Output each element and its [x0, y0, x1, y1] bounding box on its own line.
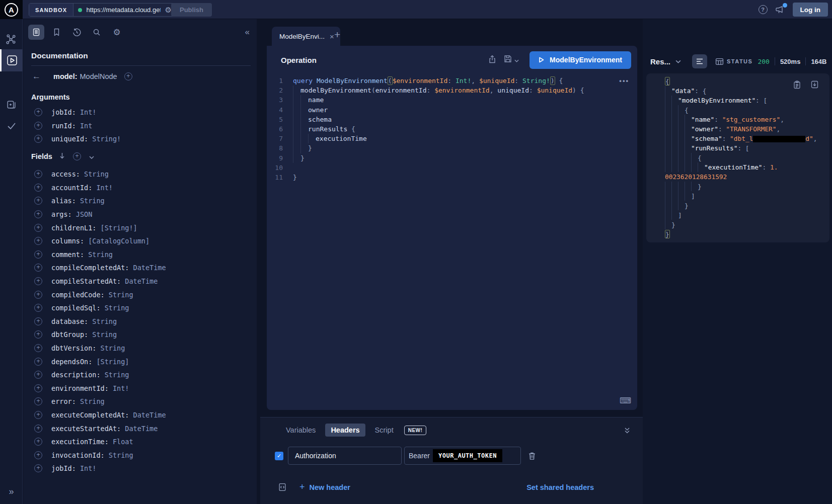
response-title[interactable]: Res...	[650, 57, 670, 66]
doc-field-row[interactable]: +compileCompletedAt: DateTime	[23, 261, 257, 275]
add-to-query-icon[interactable]: +	[34, 358, 42, 366]
doc-field-row[interactable]: +args: JSON	[23, 208, 257, 221]
endpoint-url-field[interactable]: https://metadata.cloud.get ⚙	[73, 4, 176, 16]
code-line[interactable]: 1query ModelByEnvironment($environmentId…	[267, 76, 622, 86]
code-line[interactable]: 6runResults {	[267, 124, 622, 134]
add-to-query-icon[interactable]: +	[34, 344, 42, 352]
add-to-query-icon[interactable]: +	[34, 317, 42, 325]
add-to-query-icon[interactable]: +	[34, 330, 42, 339]
add-to-query-icon[interactable]: +	[34, 277, 42, 285]
doc-argument-row[interactable]: +uniqueId: String!	[23, 132, 257, 146]
doc-field-row[interactable]: +dependsOn: [String]	[23, 355, 257, 368]
close-tab-icon[interactable]: ×	[330, 32, 334, 41]
add-to-query-icon[interactable]: +	[34, 170, 42, 178]
model-type-link[interactable]: ModelNode	[80, 72, 117, 80]
run-operation-button[interactable]: ModelByEnvironment	[530, 51, 631, 69]
code-line[interactable]: 7executionTime	[267, 134, 622, 143]
download-response-icon[interactable]	[811, 80, 818, 91]
code-line[interactable]: 5schema	[267, 115, 622, 124]
add-to-query-icon[interactable]: +	[34, 197, 42, 205]
logo-area[interactable]: A	[0, 0, 23, 19]
doc-field-row[interactable]: +compileStartedAt: DateTime	[23, 275, 257, 288]
header-enabled-checkbox[interactable]: ✓	[275, 452, 283, 460]
tab-script[interactable]: Script	[369, 424, 399, 437]
add-model-icon[interactable]: +	[124, 72, 132, 80]
tab-variables[interactable]: Variables	[280, 424, 321, 437]
save-dropdown-chevron-icon[interactable]	[514, 55, 519, 64]
doc-field-row[interactable]: +jobId: Int!	[23, 462, 257, 475]
new-header-button[interactable]: + New header	[299, 482, 350, 492]
code-line[interactable]: 11}	[267, 173, 622, 182]
doc-field-row[interactable]: +invocationId: String	[23, 448, 257, 462]
doc-field-row[interactable]: +accountId: Int!	[23, 181, 257, 195]
doc-field-row[interactable]: +error: String	[23, 395, 257, 408]
response-json[interactable]: {"data": {"modelByEnvironment": [{"name"…	[665, 76, 829, 239]
doc-field-row[interactable]: +compiledCode: String	[23, 288, 257, 301]
auth-token-value[interactable]: YOUR_AUTH_TOKEN	[433, 449, 502, 462]
code-line[interactable]: 10	[267, 163, 622, 173]
add-to-query-icon[interactable]: +	[34, 264, 42, 272]
add-to-query-icon[interactable]: +	[34, 371, 42, 379]
doc-field-row[interactable]: +dbtGroup: String	[23, 328, 257, 342]
add-to-query-icon[interactable]: +	[34, 451, 42, 459]
add-to-query-icon[interactable]: +	[34, 224, 42, 232]
add-to-query-icon[interactable]: +	[34, 384, 42, 392]
announcements-icon[interactable]	[775, 5, 785, 14]
add-to-query-icon[interactable]: +	[34, 411, 42, 419]
graphql-editor[interactable]: 1query ModelByEnvironment($environmentId…	[267, 76, 622, 182]
collapse-docs-icon[interactable]: «	[245, 27, 252, 37]
copy-response-icon[interactable]	[793, 80, 801, 91]
code-line[interactable]: 4owner	[267, 105, 622, 115]
collapse-bottom-panel-icon[interactable]	[624, 427, 631, 436]
doc-field-row[interactable]: +columns: [CatalogColumn]	[23, 234, 257, 248]
collections-icon[interactable]	[0, 95, 23, 115]
login-button[interactable]: Log in	[793, 3, 828, 17]
settings-gear-icon[interactable]: ⚙	[109, 25, 125, 40]
back-arrow-icon[interactable]: ←	[32, 71, 47, 81]
doc-field-row[interactable]: +childrenL1: [String!]	[23, 221, 257, 234]
documentation-tab-icon[interactable]	[28, 25, 44, 40]
response-dropdown-chevron-icon[interactable]	[675, 60, 681, 63]
tab-headers[interactable]: Headers	[325, 424, 365, 437]
doc-field-row[interactable]: +executeStartedAt: DateTime	[23, 422, 257, 435]
add-to-query-icon[interactable]: +	[34, 291, 42, 299]
add-all-fields-icon[interactable]: +	[73, 152, 81, 160]
schema-graph-icon[interactable]	[0, 29, 23, 49]
save-operation-icon[interactable]	[504, 55, 512, 65]
doc-field-row[interactable]: +alias: String	[23, 194, 257, 208]
preview-headers-icon[interactable]	[278, 483, 286, 491]
publish-button[interactable]: Publish	[171, 3, 212, 17]
code-line[interactable]: 8}	[267, 143, 622, 153]
add-to-query-icon[interactable]: +	[34, 397, 42, 405]
bookmarks-icon[interactable]	[48, 25, 64, 40]
code-line[interactable]: 9}	[267, 153, 622, 163]
header-value-input[interactable]: Bearer YOUR_AUTH_TOKEN	[404, 447, 521, 465]
code-line[interactable]: 2modelByEnvironment(environmentId: $envi…	[267, 86, 622, 95]
checks-icon[interactable]	[0, 116, 23, 136]
header-key-input[interactable]: Authorization	[288, 447, 402, 465]
operation-tab[interactable]: ModelByEnvi... ×	[272, 27, 340, 46]
doc-field-row[interactable]: +executionTime: Float	[23, 435, 257, 449]
add-to-query-icon[interactable]: +	[34, 425, 42, 433]
keyboard-shortcuts-icon[interactable]: ⌨	[620, 396, 631, 405]
add-to-query-icon[interactable]: +	[34, 108, 42, 116]
add-to-query-icon[interactable]: +	[34, 135, 42, 143]
endpoint-url[interactable]: https://metadata.cloud.get	[86, 6, 161, 14]
new-tab-icon[interactable]: +	[334, 29, 340, 41]
history-icon[interactable]	[68, 25, 85, 40]
expand-rail-icon[interactable]: »	[0, 486, 23, 497]
doc-argument-row[interactable]: +runId: Int	[23, 119, 257, 133]
doc-field-row[interactable]: +compiledSql: String	[23, 301, 257, 315]
set-shared-headers-link[interactable]: Set shared headers	[526, 483, 594, 491]
add-to-query-icon[interactable]: +	[34, 122, 42, 130]
share-operation-icon[interactable]	[488, 55, 496, 65]
table-view-icon[interactable]	[712, 54, 727, 68]
add-to-query-icon[interactable]: +	[34, 438, 42, 446]
doc-field-row[interactable]: +environmentId: Int!	[23, 382, 257, 395]
add-to-query-icon[interactable]: +	[34, 304, 42, 312]
add-to-query-icon[interactable]: +	[34, 250, 42, 259]
search-icon[interactable]	[89, 25, 105, 40]
code-line[interactable]: 3name	[267, 95, 622, 105]
delete-header-icon[interactable]	[528, 452, 536, 460]
doc-field-row[interactable]: +comment: String	[23, 248, 257, 262]
